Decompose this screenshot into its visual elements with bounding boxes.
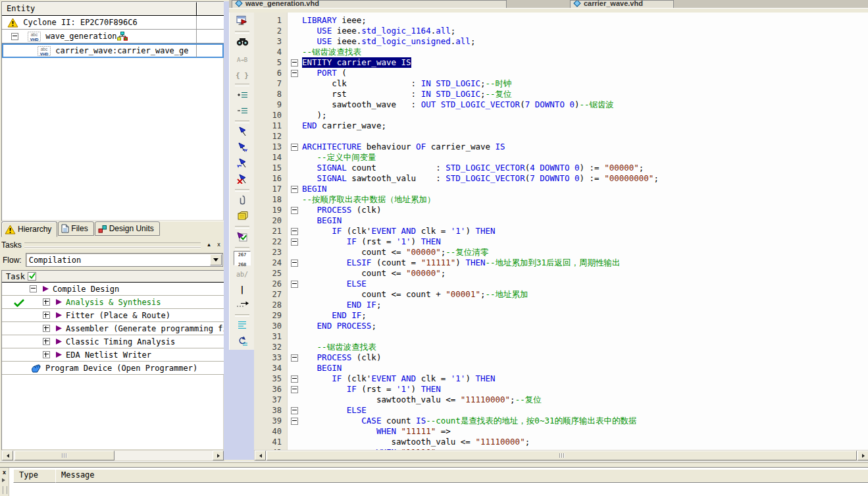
tree-expander-icon[interactable] xyxy=(43,351,50,358)
code-line-14[interactable]: 14 --定义中间变量 xyxy=(254,152,868,163)
code-line-16[interactable]: 16 SIGNAL sawtooth_valu : STD_LOGIC_VECT… xyxy=(254,173,868,184)
code-line-29[interactable]: 29 END IF; xyxy=(254,310,868,321)
whitespace-arrow-button[interactable] xyxy=(233,297,251,313)
code-line-5[interactable]: 5ENTITY carrier_wave IS xyxy=(254,57,868,68)
flow-dropdown-arrow-icon[interactable] xyxy=(210,254,222,265)
code-line-10[interactable]: 10 ); xyxy=(254,110,868,121)
code-line-41[interactable]: 41 sawtooth_valu <= "11110000"; xyxy=(254,437,868,447)
code-line-25[interactable]: 25 count <= "00000"; xyxy=(254,268,868,279)
code-line-12[interactable]: 12 xyxy=(254,131,868,142)
fold-collapse-icon[interactable] xyxy=(291,207,298,214)
hierarchy-item-0[interactable]: Cyclone II: EP2C70F896C6 xyxy=(2,16,224,30)
code-line-18[interactable]: 18--按顺序取出表中数据（地址累加） xyxy=(254,194,868,205)
code-editor[interactable]: 1LIBRARY ieee;2 USE ieee.std_logic_1164.… xyxy=(254,13,868,450)
find-replace-button[interactable]: A→B xyxy=(233,51,251,67)
code-line-32[interactable]: 32 --锯齿波查找表 xyxy=(254,342,868,352)
tasks-close-button[interactable]: x xyxy=(215,241,223,249)
messages-close-button[interactable]: x xyxy=(1,469,8,476)
fold-collapse-icon[interactable] xyxy=(291,186,298,193)
messages-column-message[interactable]: Message xyxy=(55,469,868,483)
code-line-22[interactable]: 22 IF (rst = '1') THEN xyxy=(254,236,868,247)
task-row-0[interactable]: Compile Design xyxy=(2,283,224,296)
auto-complete-button[interactable]: ab/ xyxy=(233,265,251,281)
fold-collapse-icon[interactable] xyxy=(291,281,298,288)
fold-collapse-icon[interactable] xyxy=(291,70,298,77)
code-line-6[interactable]: 6 PORT ( xyxy=(254,68,868,78)
code-line-1[interactable]: 1LIBRARY ieee; xyxy=(254,15,868,26)
editor-horizontal-scrollbar[interactable] xyxy=(254,450,868,461)
code-line-7[interactable]: 7 clk : IN STD_LOGIC;--时钟 xyxy=(254,78,868,89)
task-row-4[interactable]: Classic Timing Analysis xyxy=(2,335,224,348)
fold-collapse-icon[interactable] xyxy=(291,144,298,151)
code-line-21[interactable]: 21 IF (clk'EVENT AND clk = '1') THEN xyxy=(254,226,868,236)
scroll-right-button[interactable] xyxy=(857,451,868,460)
code-line-4[interactable]: 4--锯齿波查找表 xyxy=(254,47,868,57)
find-button[interactable] xyxy=(233,35,251,51)
code-line-20[interactable]: 20 BEGIN xyxy=(254,215,868,226)
code-line-13[interactable]: 13ARCHITECTURE behaviour OF carrier_wave… xyxy=(254,142,868,152)
code-line-24[interactable]: 24 ELSIF (count = "11111") THEN--地址累加到31… xyxy=(254,258,868,268)
fold-collapse-icon[interactable] xyxy=(291,238,298,246)
revert-lines-button[interactable] xyxy=(233,334,251,350)
line-numbers-button[interactable]: 267268 xyxy=(234,251,251,265)
code-line-30[interactable]: 30 END PROCESS; xyxy=(254,321,868,331)
toggle-bookmark-button[interactable] xyxy=(233,124,251,140)
attach-button[interactable] xyxy=(233,193,251,209)
task-row-6[interactable]: Program Device (Open Programmer) xyxy=(2,362,224,375)
code-line-33[interactable]: 33 PROCESS (clk) xyxy=(254,352,868,363)
code-line-27[interactable]: 27 count <= count + "00001";--地址累加 xyxy=(254,289,868,300)
tab-design-units[interactable]: Design Units xyxy=(95,221,160,236)
cursor-select-button[interactable]: | xyxy=(233,281,251,297)
fold-collapse-icon[interactable] xyxy=(291,375,298,383)
task-row-2[interactable]: Fitter (Place & Route) xyxy=(2,309,224,322)
code-line-38[interactable]: 38 ELSE xyxy=(254,405,868,416)
task-row-3[interactable]: Assembler (Generate programming files) xyxy=(2,322,224,335)
code-line-39[interactable]: 39 CASE count IS--count是查找表的地址，按0~31的顺序输… xyxy=(254,416,868,426)
code-line-15[interactable]: 15 SIGNAL count : STD_LOGIC_VECTOR(4 DOW… xyxy=(254,163,868,173)
code-line-28[interactable]: 28 END IF; xyxy=(254,300,868,310)
next-bookmark-button[interactable] xyxy=(233,140,251,156)
code-line-34[interactable]: 34 BEGIN xyxy=(254,363,868,373)
code-line-19[interactable]: 19 PROCESS (clk) xyxy=(254,205,868,215)
clear-bookmarks-button[interactable] xyxy=(233,172,251,188)
export-template-button[interactable] xyxy=(233,14,251,30)
code-line-17[interactable]: 17BEGIN xyxy=(254,184,868,194)
code-line-40[interactable]: 40 WHEN "11111" => xyxy=(254,426,868,437)
fold-collapse-icon[interactable] xyxy=(291,354,298,362)
messages-column-type[interactable]: Type xyxy=(13,469,61,483)
tree-expander-icon[interactable] xyxy=(43,325,50,332)
previous-bookmark-button[interactable] xyxy=(233,156,251,172)
hierarchy-item-1[interactable]: abcVHD wave_generation xyxy=(2,30,224,43)
code-line-36[interactable]: 36 IF (rst = '1') THEN xyxy=(254,384,868,395)
navigator-horizontal-scrollbar[interactable] xyxy=(1,450,224,461)
hierarchy-item-2[interactable]: abcVHD carrier_wave:carrier_wave_ge xyxy=(2,43,224,58)
messages-drag-grip[interactable] xyxy=(3,486,7,494)
fold-collapse-icon[interactable] xyxy=(291,59,298,67)
tab-files[interactable]: Files xyxy=(58,221,93,236)
tree-expander-icon[interactable] xyxy=(43,312,50,319)
tree-expander-icon[interactable] xyxy=(43,298,50,306)
code-line-11[interactable]: 11END carrier_wave; xyxy=(254,121,868,131)
code-line-37[interactable]: 37 sawtooth_valu <= "11110000";--复位 xyxy=(254,395,868,405)
tree-expander-icon[interactable] xyxy=(43,338,50,345)
scroll-thumb[interactable] xyxy=(267,451,857,460)
scroll-left-button[interactable] xyxy=(255,451,266,460)
fold-collapse-icon[interactable] xyxy=(291,260,298,267)
align-lines-button[interactable] xyxy=(233,318,251,334)
fold-collapse-icon[interactable] xyxy=(291,386,298,393)
code-line-35[interactable]: 35 IF (clk'EVENT AND clk = '1') THEN xyxy=(254,373,868,384)
editor-tab-wave_generation-vhd[interactable]: wave_generation.vhd xyxy=(232,0,507,8)
code-line-2[interactable]: 2 USE ieee.std_logic_1164.all; xyxy=(254,26,868,36)
code-line-31[interactable]: 31 xyxy=(254,331,868,342)
notes-button[interactable] xyxy=(233,209,251,225)
panel-splitter[interactable] xyxy=(224,1,229,460)
code-line-26[interactable]: 26 ELSE xyxy=(254,279,868,289)
navigator-header-entity[interactable]: Entity xyxy=(2,2,197,15)
messages-expand-icon[interactable] xyxy=(2,478,7,482)
tab-hierarchy[interactable]: Hierarchy xyxy=(1,221,57,237)
outdent-button[interactable] xyxy=(233,103,251,119)
tree-expander-icon[interactable] xyxy=(30,285,37,292)
task-row-1[interactable]: Analysis & Synthesis xyxy=(2,296,224,309)
tasks-collapse-button[interactable]: ▴ xyxy=(205,241,213,249)
code-line-23[interactable]: 23 count <= "00000";--复位清零 xyxy=(254,247,868,258)
